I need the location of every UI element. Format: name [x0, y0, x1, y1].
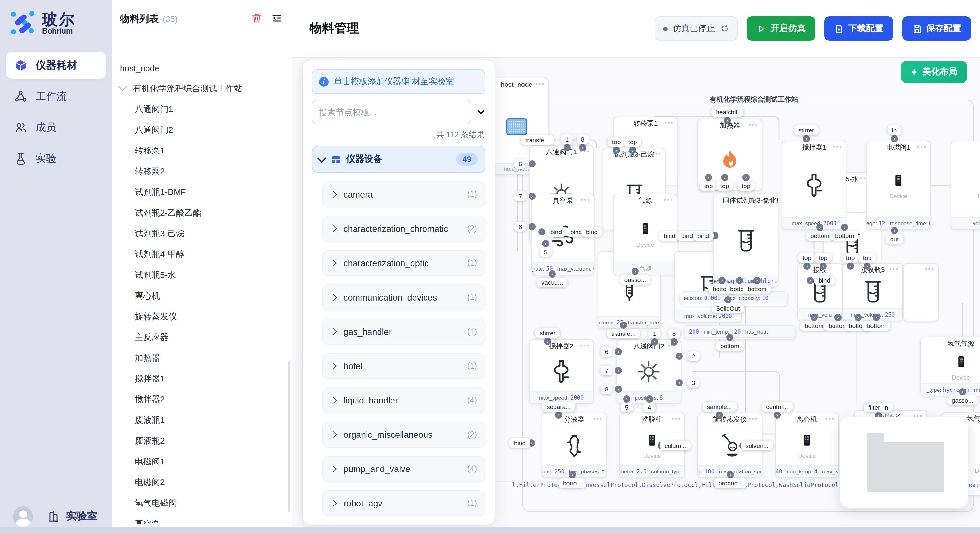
- tree-item[interactable]: 转移泵1: [112, 141, 292, 161]
- port-pill-top[interactable]: top: [700, 181, 717, 191]
- node-menu-icon[interactable]: •••: [749, 119, 758, 131]
- port-pill-in[interactable]: in: [888, 125, 902, 135]
- start-simulation-button[interactable]: 开启仿真: [747, 16, 815, 41]
- port-dot-icon[interactable]: ›: [632, 268, 639, 275]
- port-dot-icon[interactable]: ›: [538, 228, 546, 235]
- port-pill-5[interactable]: 5: [620, 403, 633, 412]
- port-pill-bottom[interactable]: bottom: [830, 231, 859, 241]
- tree-item[interactable]: 试剂瓶4-甲醇: [112, 244, 292, 265]
- port-pill-top[interactable]: top: [624, 137, 641, 147]
- port-pill-top[interactable]: top: [815, 253, 832, 263]
- category-row-characterization_optic[interactable]: characterization_optic(1): [322, 250, 485, 276]
- tree-item[interactable]: 废液瓶2: [112, 431, 292, 451]
- port-pill-bind[interactable]: bind: [814, 276, 835, 285]
- simulation-status-pill[interactable]: 仿真已停止: [655, 16, 738, 41]
- canvas-node-分液器[interactable]: 分液器•••volume: 250has_phases: true: [542, 412, 607, 478]
- sidebar-item-instruments[interactable]: 仪器耗材: [6, 52, 106, 79]
- sidebar-item-experiments[interactable]: 实验: [6, 145, 106, 172]
- collapse-panel-icon[interactable]: [271, 12, 284, 25]
- chevron-down-icon[interactable]: [118, 82, 127, 91]
- port-dot-icon[interactable]: ›: [544, 338, 551, 345]
- port-pill-bottom[interactable]: bottom: [806, 231, 834, 241]
- port-pill-8[interactable]: 8: [514, 222, 527, 232]
- port-dot-icon[interactable]: ›: [724, 117, 731, 124]
- search-input[interactable]: [312, 100, 471, 124]
- port-pill-7[interactable]: 7: [514, 191, 527, 201]
- port-pill-separa...[interactable]: separa...: [542, 402, 575, 412]
- port-pill-solven...[interactable]: solven...: [741, 441, 773, 451]
- port-dot-icon[interactable]: ›: [615, 367, 622, 374]
- port-dot-icon[interactable]: ›: [726, 334, 733, 341]
- tree-item[interactable]: 八通阀门2: [112, 120, 292, 141]
- port-pill-bottom[interactable]: bottom: [743, 284, 771, 294]
- canvas-node-八通阀门2[interactable]: 八通阀门2•••positions: 8: [616, 339, 681, 404]
- save-config-button[interactable]: 保存配置: [902, 16, 971, 41]
- node-menu-icon[interactable]: •••: [581, 194, 590, 206]
- node-menu-icon[interactable]: •••: [917, 141, 927, 153]
- canvas-node-离心机[interactable]: 离心机•••Devicep: 40min_temp: 4max_spe: [775, 412, 839, 478]
- port-pill-2[interactable]: 2: [687, 351, 700, 361]
- canvas-node[interactable]: •••Devicevoltage: 12: [951, 141, 980, 230]
- node-menu-icon[interactable]: •••: [671, 413, 681, 425]
- port-dot-icon[interactable]: ›: [754, 277, 760, 284]
- port-dot-icon[interactable]: ›: [716, 412, 723, 419]
- port-pill-filter_in[interactable]: filter_in: [864, 403, 892, 412]
- category-row-pump_and_valve[interactable]: pump_and_valve(4): [322, 456, 485, 482]
- chevron-down-icon[interactable]: [476, 108, 485, 117]
- port-pill-bind[interactable]: bind: [581, 227, 602, 237]
- node-menu-icon[interactable]: •••: [652, 148, 662, 160]
- port-pill-bind[interactable]: bind: [693, 231, 714, 241]
- port-pill-heatchill[interactable]: heatchill: [711, 107, 743, 117]
- port-dot-icon[interactable]: ›: [549, 270, 556, 278]
- canvas-node-搅拌器1[interactable]: 搅拌器1•••max_speed: 2000: [782, 141, 846, 230]
- port-pill-4[interactable]: 4: [643, 403, 656, 412]
- avatar[interactable]: [13, 506, 33, 527]
- category-row-camera[interactable]: camera(1): [322, 181, 485, 207]
- port-dot-icon[interactable]: ›: [810, 314, 818, 321]
- node-menu-icon[interactable]: •••: [833, 141, 843, 153]
- port-pill-bottom[interactable]: bottom: [716, 341, 744, 351]
- tree-item[interactable]: 转移泵2: [112, 161, 292, 182]
- tree-item[interactable]: 离心机: [112, 286, 292, 306]
- port-pill-8[interactable]: 8: [600, 384, 613, 394]
- tree-item[interactable]: 搅拌器2: [112, 389, 292, 410]
- port-pill-8[interactable]: 8: [668, 329, 681, 338]
- category-row-liquid_handler[interactable]: liquid_handler(4): [322, 387, 485, 413]
- port-pill-bind[interactable]: bind: [546, 227, 566, 237]
- port-dot-icon[interactable]: ›: [803, 263, 810, 270]
- port-dot-icon[interactable]: ›: [651, 338, 658, 346]
- port-dot-icon[interactable]: ›: [670, 338, 678, 346]
- node-menu-icon[interactable]: •••: [889, 263, 899, 275]
- port-dot-icon[interactable]: ›: [743, 174, 749, 181]
- port-dot-icon[interactable]: ›: [835, 314, 842, 321]
- tree-item[interactable]: 电磁阀2: [112, 472, 292, 493]
- materials-scrollbar[interactable]: [288, 362, 290, 512]
- port-dot-icon[interactable]: ›: [864, 263, 871, 270]
- port-dot-icon[interactable]: ›: [613, 147, 620, 154]
- category-row-robot_agv[interactable]: robot_agv(1): [322, 490, 485, 516]
- tree-item[interactable]: 真空泵: [112, 514, 292, 524]
- category-row-hotel[interactable]: hotel(1): [322, 353, 485, 379]
- port-dot-icon[interactable]: ›: [569, 471, 576, 478]
- port-pill-7[interactable]: 7: [600, 366, 613, 375]
- port-dot-icon[interactable]: ›: [854, 314, 862, 321]
- canvas-node-电磁阀1[interactable]: 电磁阀1•••Devicevoltage: 12response_time: 0…: [866, 141, 931, 230]
- canvas-node[interactable]: •••: [903, 263, 939, 321]
- port-dot-icon[interactable]: ›: [873, 314, 880, 321]
- tree-item[interactable]: 试剂瓶2-乙酸乙酯: [112, 203, 292, 224]
- tree-item[interactable]: host_node: [112, 58, 292, 78]
- minimap[interactable]: [840, 417, 968, 508]
- port-dot-icon[interactable]: ›: [841, 224, 848, 231]
- port-dot-icon[interactable]: ›: [719, 277, 725, 284]
- port-dot-icon[interactable]: ›: [891, 227, 898, 234]
- port-pill-SolidOut[interactable]: SolidOut: [712, 303, 745, 313]
- port-pill-1[interactable]: 1: [561, 134, 574, 144]
- canvas-node-搅拌器2[interactable]: 搅拌器2•••max_speed: 2000: [529, 339, 594, 404]
- port-dot-icon[interactable]: ›: [891, 135, 898, 142]
- tree-item[interactable]: 试剂瓶1-DMF: [112, 182, 292, 203]
- port-dot-icon[interactable]: ›: [803, 135, 810, 142]
- port-pill-stirrer[interactable]: stirrer: [535, 328, 560, 338]
- trash-icon[interactable]: [251, 12, 264, 25]
- port-dot-icon[interactable]: ›: [819, 263, 827, 270]
- node-menu-icon[interactable]: •••: [825, 413, 835, 425]
